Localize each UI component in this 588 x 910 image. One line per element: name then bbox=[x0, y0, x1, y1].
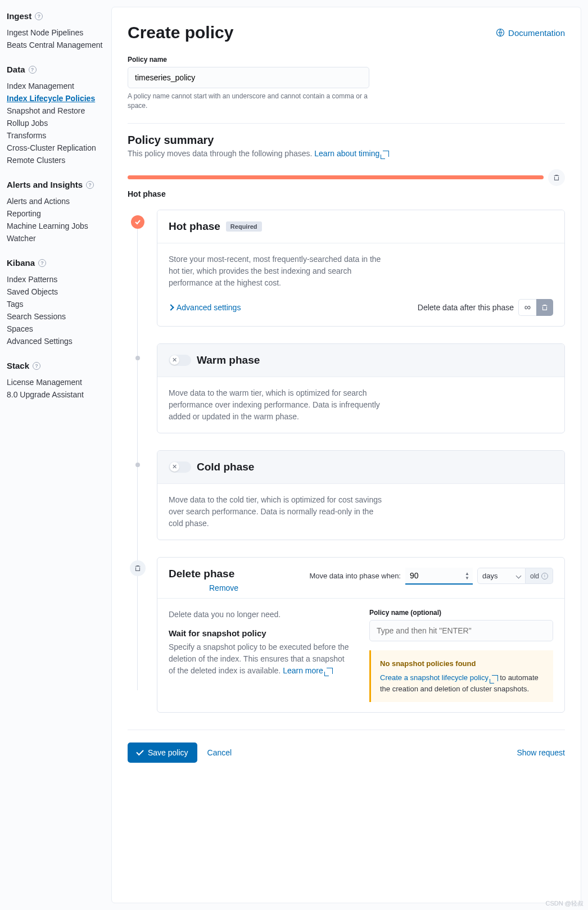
cold-phase-desc: Move data to the cold tier, which is opt… bbox=[169, 494, 382, 529]
sidebar-item-ml[interactable]: Machine Learning Jobs bbox=[7, 220, 105, 232]
old-label: old bbox=[530, 572, 539, 580]
external-link-icon bbox=[492, 675, 498, 681]
remove-delete-phase-button[interactable]: Remove bbox=[169, 583, 238, 592]
warm-phase-desc: Move data to the warm tier, which is opt… bbox=[169, 387, 382, 423]
watermark: CSDN @轻叔 bbox=[546, 899, 584, 908]
sidebar-item-license[interactable]: License Management bbox=[7, 376, 105, 388]
delete-phase-summary-button[interactable] bbox=[548, 169, 565, 186]
sidebar-item-ingest-pipelines[interactable]: Ingest Node Pipelines bbox=[7, 26, 105, 39]
show-request-button[interactable]: Show request bbox=[517, 748, 565, 757]
chevron-right-icon bbox=[168, 304, 174, 310]
info-icon[interactable]: i bbox=[541, 573, 548, 579]
sidebar-item-remote-clusters[interactable]: Remote Clusters bbox=[7, 154, 105, 166]
help-icon[interactable]: ? bbox=[86, 181, 94, 189]
sidebar-item-saved-objects[interactable]: Saved Objects bbox=[7, 286, 105, 298]
summary-desc-text: This policy moves data through the follo… bbox=[128, 149, 314, 158]
move-phase-value-input[interactable] bbox=[405, 568, 473, 585]
documentation-link[interactable]: Documentation bbox=[496, 28, 565, 38]
sidebar-item-beats[interactable]: Beats Central Management bbox=[7, 39, 105, 51]
snapshot-policy-title: Wait for snapshot policy bbox=[169, 628, 352, 638]
policy-name-label: Policy name bbox=[128, 56, 565, 64]
sidebar-item-reporting[interactable]: Reporting bbox=[7, 207, 105, 220]
hot-phase-dot bbox=[131, 215, 144, 229]
required-badge: Required bbox=[226, 221, 262, 232]
divider bbox=[128, 123, 565, 124]
learn-timing-link[interactable]: Learn about timing bbox=[314, 149, 389, 158]
sidebar-item-index-management[interactable]: Index Management bbox=[7, 80, 105, 92]
section-title: Data bbox=[7, 65, 25, 74]
save-label: Save policy bbox=[148, 748, 188, 757]
save-policy-button[interactable]: Save policy bbox=[128, 743, 197, 763]
sidebar-section-kibana: Kibana ? bbox=[7, 258, 105, 268]
help-icon[interactable]: ? bbox=[33, 362, 40, 370]
sidebar-section-stack: Stack ? bbox=[7, 361, 105, 370]
infinity-button[interactable]: ∞ bbox=[518, 299, 536, 316]
sidebar-item-snapshot-restore[interactable]: Snapshot and Restore bbox=[7, 105, 105, 117]
move-phase-unit-select[interactable]: days bbox=[477, 568, 526, 584]
trash-icon bbox=[134, 564, 142, 572]
callout-link-label: Create a snapshot lifecycle policy bbox=[380, 673, 489, 682]
sidebar-item-spaces[interactable]: Spaces bbox=[7, 323, 105, 335]
policy-name-help: A policy name cannot start with an under… bbox=[128, 92, 369, 111]
advanced-settings-button[interactable]: Advanced settings bbox=[169, 303, 241, 312]
warm-phase-dot bbox=[135, 356, 140, 360]
sidebar: Ingest ? Ingest Node Pipelines Beats Cen… bbox=[0, 0, 111, 910]
chevron-down-icon bbox=[516, 573, 522, 579]
sidebar-section-ingest: Ingest ? bbox=[7, 11, 105, 21]
section-title: Alerts and Insights bbox=[7, 180, 83, 189]
page-title: Create policy bbox=[128, 23, 233, 42]
section-title: Kibana bbox=[7, 258, 35, 268]
snapshot-policy-name-label: Policy name (optional) bbox=[369, 609, 553, 617]
create-snapshot-policy-link[interactable]: Create a snapshot lifecycle policy bbox=[380, 673, 500, 682]
hot-phase-label: Hot phase bbox=[128, 189, 565, 198]
summary-title: Policy summary bbox=[128, 134, 565, 147]
help-icon[interactable]: ? bbox=[38, 259, 46, 267]
unit-label: days bbox=[482, 572, 497, 580]
warm-phase-toggle[interactable]: ✕ bbox=[169, 355, 191, 366]
book-icon bbox=[496, 28, 505, 37]
sidebar-item-alerts-actions[interactable]: Alerts and Actions bbox=[7, 195, 105, 207]
cold-phase-title: Cold phase bbox=[197, 461, 254, 473]
learn-more-label: Learn more bbox=[283, 666, 323, 675]
snapshot-policy-name-input[interactable] bbox=[369, 620, 553, 641]
external-link-icon bbox=[327, 668, 333, 674]
sidebar-item-index-patterns[interactable]: Index Patterns bbox=[7, 273, 105, 286]
delete-phase-title: Delete phase bbox=[169, 568, 234, 579]
delete-after-trash-button[interactable] bbox=[536, 299, 553, 316]
delete-phase-block: Delete phase Remove Move data into phase… bbox=[157, 557, 565, 713]
toggle-knob-off-icon: ✕ bbox=[170, 462, 179, 472]
sidebar-item-transforms[interactable]: Transforms bbox=[7, 129, 105, 142]
sidebar-item-upgrade-assistant[interactable]: 8.0 Upgrade Assistant bbox=[7, 388, 105, 401]
toggle-knob-off-icon: ✕ bbox=[170, 355, 179, 365]
cancel-button[interactable]: Cancel bbox=[207, 748, 232, 757]
cold-phase-toggle[interactable]: ✕ bbox=[169, 461, 191, 473]
sidebar-item-ilm[interactable]: Index Lifecycle Policies bbox=[7, 92, 105, 105]
move-phase-label: Move data into phase when: bbox=[309, 572, 401, 580]
old-tag: old i bbox=[526, 568, 553, 584]
sidebar-item-search-sessions[interactable]: Search Sessions bbox=[7, 310, 105, 323]
warm-phase-title: Warm phase bbox=[197, 354, 260, 366]
sidebar-section-data: Data ? bbox=[7, 65, 105, 74]
callout-title: No snapshot policies found bbox=[380, 658, 544, 669]
delete-phase-dot bbox=[130, 560, 146, 576]
sidebar-item-ccr[interactable]: Cross-Cluster Replication bbox=[7, 142, 105, 154]
sidebar-item-rollup[interactable]: Rollup Jobs bbox=[7, 117, 105, 129]
sidebar-item-advanced-settings[interactable]: Advanced Settings bbox=[7, 335, 105, 347]
number-stepper-icon[interactable]: ▲▼ bbox=[465, 572, 469, 581]
sidebar-item-tags[interactable]: Tags bbox=[7, 298, 105, 310]
check-icon bbox=[136, 748, 143, 755]
policy-name-input[interactable] bbox=[128, 67, 369, 88]
help-icon[interactable]: ? bbox=[35, 12, 43, 20]
help-icon[interactable]: ? bbox=[29, 66, 37, 74]
main-content: Create policy Documentation Policy name … bbox=[111, 7, 581, 903]
section-title: Ingest bbox=[7, 11, 31, 21]
delete-desc: Delete data you no longer need. bbox=[169, 609, 352, 621]
sidebar-item-watcher[interactable]: Watcher bbox=[7, 232, 105, 245]
cold-phase-dot bbox=[135, 463, 140, 467]
delete-after-label: Delete data after this phase bbox=[418, 303, 514, 312]
phase-timeline-bar bbox=[128, 175, 544, 179]
summary-desc: This policy moves data through the follo… bbox=[128, 149, 565, 158]
advanced-settings-label: Advanced settings bbox=[177, 303, 241, 312]
learn-more-link[interactable]: Learn more bbox=[283, 666, 332, 675]
hot-phase-desc: Store your most-recent, most frequently-… bbox=[169, 253, 382, 289]
